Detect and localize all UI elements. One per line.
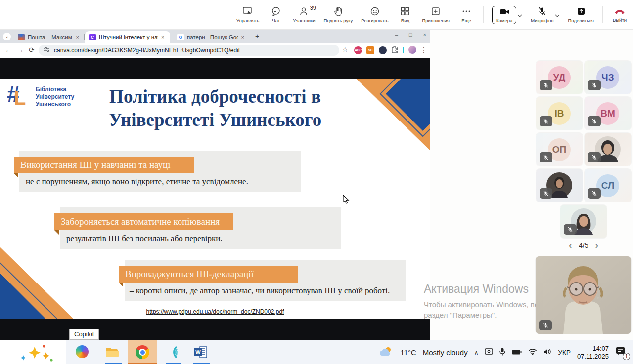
camera-button[interactable]: Камера [492, 6, 516, 24]
copilot-tooltip: Copilot [69, 329, 99, 340]
mic-muted-badge-icon [588, 188, 601, 199]
more-button[interactable]: Еще [458, 6, 475, 23]
weather-icon[interactable] [379, 346, 394, 360]
canva-favicon: C [89, 34, 96, 40]
dark-extension-icon[interactable] [379, 46, 387, 54]
participants-pagination: ‹ 4/5 › [559, 242, 608, 249]
mic-tray-icon[interactable] [499, 348, 505, 358]
window-close-button[interactable]: × [423, 32, 426, 38]
smiley-icon [370, 6, 380, 16]
chat-button[interactable]: Чат [268, 6, 284, 23]
page-next-icon[interactable]: › [595, 242, 598, 249]
profile-avatar[interactable] [408, 46, 416, 54]
camera-chevron-icon[interactable] [517, 10, 522, 19]
forward-icon[interactable]: → [17, 46, 24, 54]
taskbar-clock[interactable]: 14:07 07.11.2025 [577, 345, 609, 361]
ribbon-fold [14, 173, 18, 178]
meeting-app-taskbar-icon[interactable] [166, 345, 180, 359]
tab-title: Штучний інтелект у науковій д [99, 34, 158, 40]
slide-block-3-header: Впроваджуються ШІ-декларації [119, 266, 298, 283]
screen-control-icon [242, 6, 253, 16]
tab-google-search[interactable]: G патерн - Пошук Google × [173, 31, 248, 43]
battery-icon[interactable] [512, 348, 522, 357]
mic-button[interactable]: Микрофон [531, 6, 553, 23]
apps-button[interactable]: Приложения [422, 6, 450, 23]
weather-condition[interactable]: Mostly cloudy [423, 348, 468, 357]
mic-muted-badge-icon [540, 188, 552, 199]
participants-count: 39 [310, 5, 316, 11]
slide-block-2-header: Забороняється автоматичне копіювання [54, 213, 233, 230]
shared-screen-browser-window: ⌄ Пошта – Максим Оксана Ана × C Штучний … [0, 30, 430, 340]
participant-tile[interactable]: ІВ [536, 97, 583, 130]
participant-tile-photo[interactable] [585, 133, 631, 166]
tab-search-chevron-icon[interactable]: ⌄ [3, 33, 11, 40]
sc-extension-icon[interactable]: SC [366, 46, 374, 54]
meeting-toolbar: Управлять Чат 39 Участники Поднять руку … [0, 0, 633, 30]
wifi-icon[interactable] [528, 348, 537, 357]
widgets-button[interactable] [0, 340, 66, 364]
policy-pdf-link[interactable]: https://www.pdpu.edu.ua/doc/norm_doc/ZND… [0, 308, 430, 315]
share-screen-button[interactable]: Поделиться [568, 6, 594, 23]
windows-taskbar: W 11°C Mostly cloudy ∧ УКР 14:07 07.11.2… [0, 340, 633, 364]
back-icon[interactable]: ← [5, 46, 12, 54]
presentation-viewport: # L Бібліотека Університету Ушинського П… [0, 58, 430, 340]
mic-chevron-icon[interactable] [555, 10, 560, 19]
screen-cast-icon[interactable] [485, 348, 493, 357]
raise-hand-button[interactable]: Поднять руку [324, 6, 353, 23]
file-explorer-icon[interactable] [105, 345, 119, 359]
tab-close-icon[interactable]: × [241, 34, 244, 40]
hangup-icon [614, 7, 626, 16]
notification-center-button[interactable]: 1 [615, 346, 628, 359]
reload-icon[interactable]: ⟳ [29, 46, 35, 54]
weather-temp[interactable]: 11°C [400, 348, 416, 357]
page-indicator: 4/5 [579, 242, 588, 249]
participant-tile[interactable]: СЛ [585, 169, 631, 202]
slide-block-1-body: не є порушенням, якщо воно відкрите, ети… [26, 177, 248, 187]
mouse-cursor [343, 195, 350, 206]
mic-muted-badge-icon [540, 116, 552, 126]
tab-close-icon[interactable]: × [161, 34, 164, 40]
tab-mail[interactable]: Пошта – Максим Оксана Ана × [14, 31, 83, 43]
browser-menu-icon[interactable]: ⋮ [420, 46, 427, 54]
participant-tile-photo[interactable] [560, 205, 607, 238]
participants-button[interactable]: 39 Участники [293, 6, 315, 23]
address-bar[interactable]: canva.com/design/DAG3KSM2g-8/JxMymNEhErU… [39, 45, 339, 56]
notification-count-badge: 1 [623, 353, 630, 360]
participant-tile-photo[interactable] [536, 169, 583, 202]
view-button[interactable]: Вид [397, 6, 413, 23]
tab-close-icon[interactable]: × [76, 34, 79, 40]
bookmark-star-icon[interactable]: ☆ [342, 46, 348, 53]
slide-title-line1: Політика доброчесності в [54, 85, 376, 108]
manage-button[interactable]: Управлять [236, 6, 259, 23]
participant-tile[interactable]: ЧЗ [585, 61, 631, 94]
mic-label: Микрофон [531, 18, 553, 23]
grid-icon [400, 6, 410, 16]
copilot-taskbar-icon[interactable] [76, 345, 90, 359]
participant-tile[interactable]: ВМ [585, 97, 631, 130]
word-taskbar-icon[interactable]: W [194, 345, 208, 359]
window-maximize-button[interactable]: □ [409, 32, 412, 38]
self-video-tile[interactable] [536, 256, 631, 334]
new-tab-button[interactable]: + [253, 33, 261, 40]
chrome-taskbar-icon[interactable] [136, 345, 149, 359]
react-label: Реагировать [361, 18, 388, 23]
react-button[interactable]: Реагировать [361, 6, 388, 23]
apps-label: Приложения [422, 18, 450, 23]
mic-muted-icon [537, 6, 547, 16]
speaker-icon[interactable] [543, 348, 551, 357]
page-prev-icon[interactable]: ‹ [569, 242, 572, 249]
ribbon-fold [119, 283, 123, 287]
participant-tile[interactable]: ОП [536, 133, 583, 166]
window-minimize-button[interactable]: – [395, 32, 398, 38]
adblock-extension-icon[interactable]: ABP [354, 46, 362, 54]
toolbar-separator [602, 6, 603, 23]
participant-tile[interactable]: УД [536, 61, 583, 94]
watermark-line3: раздел "Параметры". [424, 310, 543, 320]
tray-expand-icon[interactable]: ∧ [474, 349, 479, 356]
tab-canva-active[interactable]: C Штучний інтелект у науковій д × [85, 31, 170, 43]
library-logo-mark: # L [7, 84, 33, 110]
leave-button[interactable]: Выйти [611, 7, 628, 23]
language-indicator[interactable]: УКР [558, 349, 570, 356]
extensions-puzzle-icon[interactable] [391, 46, 399, 56]
browser-tab-strip: ⌄ Пошта – Максим Оксана Ана × C Штучний … [0, 30, 430, 43]
